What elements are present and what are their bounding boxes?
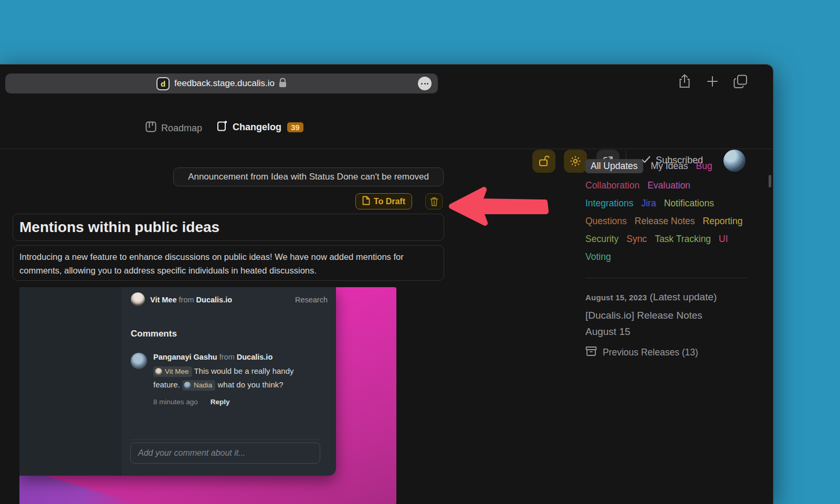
settings-button[interactable] [564, 150, 587, 173]
filter-tag-all-updates[interactable]: All Updates [585, 159, 643, 173]
tab-roadmap[interactable]: Roadmap [145, 121, 202, 135]
comments-divider [130, 439, 320, 440]
announcement-image: Vit Mee from Ducalis.io Research Comment… [19, 287, 396, 504]
comment-item: Panganayi Gashu from Ducalis.io Vit Mee … [131, 353, 328, 406]
tabs-overview-icon[interactable] [733, 75, 748, 89]
filter-tag-ui[interactable]: UI [719, 234, 728, 245]
mention-chip-nadia[interactable]: Nadia [182, 380, 215, 391]
address-bar[interactable]: d feedback.stage.ducalis.io [5, 74, 438, 93]
latest-update-date: August 15, 2023 (Latest update) [585, 291, 748, 303]
announcement-title[interactable]: Mentions within public ideas [13, 214, 444, 241]
filter-tag-my-ideas[interactable]: My Ideas [651, 161, 688, 172]
tooltip: Announcement from Idea with Status Done … [173, 167, 444, 186]
idea-category-label: Research [295, 296, 328, 304]
filter-tag-notifications[interactable]: Notifications [664, 198, 714, 209]
filter-tag-jira[interactable]: Jira [641, 198, 656, 209]
filter-tag-sync[interactable]: Sync [626, 234, 647, 245]
site-favicon: d [156, 77, 170, 90]
filter-tag-collaboration[interactable]: Collaboration [585, 180, 639, 191]
browser-window: d feedback.stage.ducalis.io Roadmap [0, 64, 773, 504]
mention-avatar [184, 382, 191, 389]
comment-author-line: Panganayi Gashu from Ducalis.io [153, 353, 321, 361]
scrollbar-thumb[interactable] [769, 175, 771, 187]
filter-tag-reporting[interactable]: Reporting [703, 216, 743, 227]
page-header: Roadmap Changelog 39 Subscribed [0, 100, 773, 149]
filter-tag-integrations[interactable]: Integrations [585, 198, 633, 209]
idea-author-line: Vit Mee from Ducalis.io [150, 296, 232, 304]
roadmap-icon [145, 121, 156, 135]
filter-tag-voting[interactable]: Voting [585, 251, 611, 262]
idea-card: Vit Mee from Ducalis.io Research Comment… [19, 287, 336, 476]
to-draft-button[interactable]: To Draft [355, 193, 412, 209]
reply-button[interactable]: Reply [211, 398, 230, 406]
vit-mee-avatar [131, 292, 145, 307]
filter-tag-release-notes[interactable]: Release Notes [635, 216, 695, 227]
changelog-count-badge: 39 [287, 122, 303, 132]
previous-releases[interactable]: Previous Releases (13) [585, 346, 698, 359]
unlock-button[interactable] [532, 150, 555, 173]
tab-changelog-label: Changelog [233, 122, 281, 133]
archive-icon [585, 346, 597, 359]
filter-list: All UpdatesMy IdeasBugCollaborationEvalu… [585, 159, 744, 262]
share-icon[interactable] [678, 74, 691, 89]
comment-timestamp: 8 minutes ago [153, 398, 198, 406]
url-text: feedback.stage.ducalis.io [174, 78, 275, 89]
page-settings-icon[interactable] [418, 77, 432, 90]
changelog-icon [216, 120, 228, 134]
announcement-body[interactable]: Introducing a new feature to enhance dis… [13, 245, 444, 281]
browser-toolbar: d feedback.stage.ducalis.io [0, 65, 773, 100]
lock-icon [279, 78, 287, 90]
mention-chip-vit-mee[interactable]: Vit Mee [153, 366, 192, 377]
filter-tag-task-tracking[interactable]: Task Tracking [655, 234, 711, 245]
sidebar-divider [585, 278, 747, 278]
comments-heading: Comments [131, 329, 328, 339]
release-notes-link[interactable]: [Ducalis.io] Release Notes August 15 [585, 307, 732, 340]
tab-roadmap-label: Roadmap [161, 123, 202, 134]
comment-input[interactable]: Add your comment about it... [130, 443, 320, 464]
filter-tag-questions[interactable]: Questions [585, 216, 627, 227]
idea-card-left-panel [19, 287, 122, 476]
filter-tag-bug[interactable]: Bug [696, 161, 712, 172]
previous-releases-label: Previous Releases (13) [603, 347, 698, 358]
draft-doc-icon [362, 196, 370, 207]
mention-avatar [155, 368, 162, 375]
panganayi-avatar [131, 353, 147, 369]
new-tab-icon[interactable] [706, 75, 719, 88]
delete-announcement-button[interactable] [425, 193, 443, 209]
red-arrow-annotation [447, 184, 552, 229]
comment-text: Vit Mee This would be a really handy fea… [153, 364, 321, 392]
tab-changelog[interactable]: Changelog 39 [216, 120, 303, 134]
filter-tag-evaluation[interactable]: Evaluation [647, 180, 690, 191]
filter-tag-security[interactable]: Security [585, 234, 618, 245]
to-draft-label: To Draft [374, 197, 405, 206]
